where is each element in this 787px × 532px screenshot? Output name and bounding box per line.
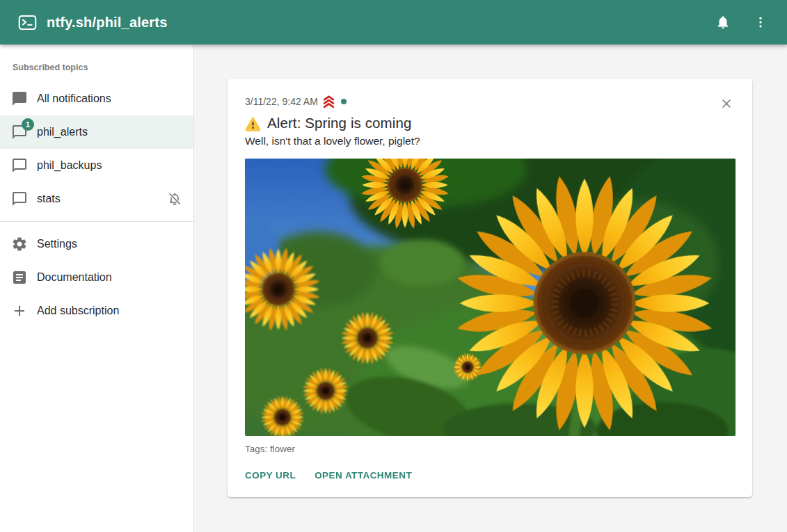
unread-dot bbox=[341, 99, 347, 104]
sidebar-item-documentation[interactable]: Documentation bbox=[0, 261, 193, 294]
warning-triangle-icon bbox=[245, 115, 261, 131]
notification-title: Alert: Spring is coming bbox=[267, 115, 411, 131]
plus-icon bbox=[11, 303, 28, 319]
sidebar: Subscribed topics All notifications 1 ph… bbox=[0, 45, 194, 532]
notification-actions: COPY URL OPEN ATTACHMENT bbox=[245, 470, 736, 481]
chat-bubble-outline-icon: 1 bbox=[11, 124, 28, 140]
sidebar-item-label: Add subscription bbox=[37, 305, 119, 317]
app-bar-title: ntfy.sh/phil_alerts bbox=[47, 15, 167, 31]
chat-bubble-outline-icon bbox=[11, 157, 28, 174]
notifications-bell-button[interactable] bbox=[709, 8, 737, 36]
subscribed-topics-label: Subscribed topics bbox=[0, 45, 193, 82]
sidebar-item-label: phil_alerts bbox=[37, 126, 88, 138]
article-icon bbox=[11, 269, 28, 286]
notification-meta: 3/11/22, 9:42 AM bbox=[245, 94, 736, 108]
sidebar-item-phil-alerts[interactable]: 1 phil_alerts bbox=[0, 115, 193, 149]
gear-icon bbox=[11, 236, 28, 252]
sidebar-divider bbox=[0, 221, 193, 222]
copy-url-button[interactable]: COPY URL bbox=[245, 470, 296, 481]
notification-tags: Tags: flower bbox=[245, 444, 736, 454]
kebab-menu-icon bbox=[754, 15, 768, 29]
sidebar-item-phil-backups[interactable]: phil_backups bbox=[0, 149, 193, 182]
priority-max-icon bbox=[321, 94, 336, 108]
sidebar-item-label: stats bbox=[37, 193, 61, 205]
notification-timestamp: 3/11/22, 9:42 AM bbox=[245, 96, 318, 107]
sidebar-item-label: phil_backups bbox=[37, 159, 102, 172]
sidebar-item-all-notifications[interactable]: All notifications bbox=[0, 82, 193, 115]
sidebar-item-label: Settings bbox=[37, 238, 77, 250]
open-attachment-button[interactable]: OPEN ATTACHMENT bbox=[315, 470, 412, 481]
notification-body: Well, isn't that a lovely flower, piglet… bbox=[245, 135, 736, 147]
unread-count-badge: 1 bbox=[22, 118, 34, 131]
attachment-image[interactable] bbox=[245, 159, 736, 436]
notification-title-row: Alert: Spring is coming bbox=[245, 115, 736, 131]
notifications-muted-icon bbox=[167, 191, 182, 207]
chat-bubble-outline-icon bbox=[11, 191, 28, 207]
chat-bubble-filled-icon bbox=[11, 90, 28, 107]
notification-card: 3/11/22, 9:42 AM bbox=[228, 79, 752, 497]
sidebar-item-label: All notifications bbox=[37, 92, 111, 105]
sidebar-item-add-subscription[interactable]: Add subscription bbox=[0, 294, 193, 328]
sidebar-item-settings[interactable]: Settings bbox=[0, 227, 193, 261]
bell-icon bbox=[715, 15, 731, 30]
notification-close-button[interactable] bbox=[717, 95, 736, 113]
close-icon bbox=[720, 97, 733, 111]
sidebar-item-stats[interactable]: stats bbox=[0, 182, 193, 216]
main-content: 3/11/22, 9:42 AM bbox=[195, 45, 787, 532]
ntfy-terminal-logo-icon bbox=[18, 13, 37, 32]
sidebar-item-label: Documentation bbox=[37, 271, 112, 284]
overflow-menu-button[interactable] bbox=[747, 8, 774, 36]
app-bar: ntfy.sh/phil_alerts bbox=[0, 0, 787, 45]
